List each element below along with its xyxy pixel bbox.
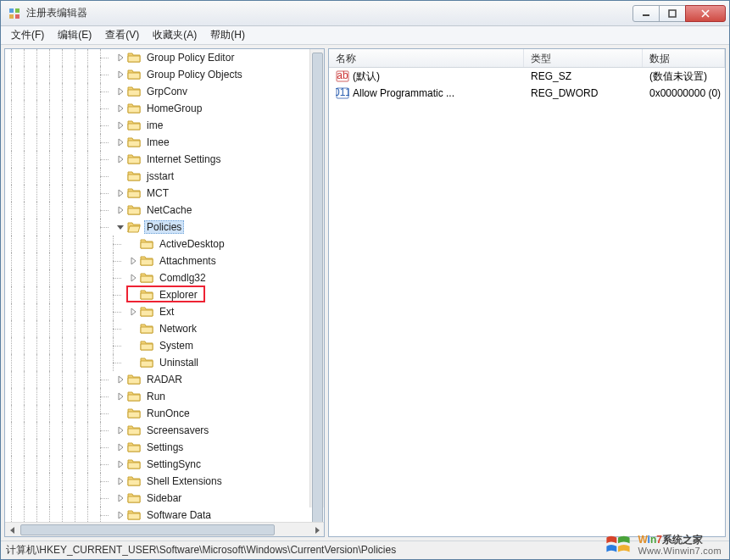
- expand-icon[interactable]: [115, 374, 125, 385]
- tree-item[interactable]: jsstart: [5, 168, 324, 185]
- tree-item[interactable]: GrpConv: [5, 83, 324, 100]
- svg-rect-0: [9, 8, 14, 13]
- expander-placeholder: [128, 358, 138, 368]
- tree-item[interactable]: RADAR: [5, 371, 324, 388]
- expand-icon[interactable]: [115, 53, 125, 63]
- tree-item[interactable]: NetCache: [5, 202, 324, 219]
- svg-marker-13: [119, 139, 123, 146]
- expand-icon[interactable]: [115, 442, 125, 452]
- tree-item[interactable]: System: [5, 337, 324, 354]
- tree-item[interactable]: Software Data: [5, 507, 324, 522]
- svg-marker-19: [131, 274, 136, 281]
- expander-placeholder: [128, 341, 138, 351]
- expand-icon[interactable]: [115, 154, 125, 164]
- close-button[interactable]: [685, 5, 726, 22]
- tree-item-label: RADAR: [144, 373, 185, 386]
- value-data: 0x00000000 (0): [643, 87, 725, 99]
- svg-marker-14: [119, 156, 123, 163]
- tree-item[interactable]: Attachments: [5, 252, 324, 269]
- tree-item-label: SettingSync: [144, 457, 203, 471]
- folder-icon: [127, 169, 141, 183]
- tree-item-label: Screensavers: [144, 424, 211, 437]
- tree-item[interactable]: Group Policy Editor: [5, 49, 324, 66]
- tree-item[interactable]: RunOnce: [5, 405, 324, 422]
- tree-item[interactable]: Internet Settings: [5, 151, 324, 168]
- expand-icon[interactable]: [115, 188, 125, 198]
- svg-marker-17: [117, 225, 124, 230]
- tree-item-label: Sidebar: [144, 491, 184, 505]
- binary-value-icon: 011: [336, 86, 349, 100]
- tree-item-label: MCT: [144, 186, 171, 200]
- tree-item[interactable]: Imee: [5, 134, 324, 151]
- expander-placeholder: [128, 239, 138, 249]
- list-row[interactable]: 011Allow Programmatic ...REG_DWORD0x0000…: [329, 85, 725, 102]
- svg-rect-2: [9, 14, 14, 19]
- expand-icon[interactable]: [115, 459, 125, 469]
- tree-scrollbar-vertical[interactable]: [309, 49, 324, 507]
- tree-view[interactable]: Group Policy EditorGroup Policy ObjectsG…: [5, 49, 324, 522]
- folder-open-icon: [127, 220, 141, 234]
- value-type: REG_DWORD: [524, 87, 643, 99]
- expand-icon[interactable]: [115, 120, 125, 130]
- expand-icon[interactable]: [115, 103, 125, 114]
- scroll-right-icon[interactable]: [309, 523, 324, 537]
- list-row[interactable]: ab(默认)REG_SZ(数值未设置): [329, 68, 725, 85]
- expand-icon[interactable]: [115, 425, 125, 435]
- tree-item-label: Comdlg32: [157, 271, 209, 285]
- tree-item[interactable]: Ext: [5, 303, 324, 320]
- tree-item[interactable]: ActiveDesktop: [5, 236, 324, 252]
- folder-icon: [127, 85, 141, 98]
- tree-item[interactable]: HomeGroup: [5, 100, 324, 117]
- tree-scrollbar-horizontal[interactable]: [5, 522, 324, 536]
- folder-icon: [127, 203, 141, 217]
- column-header-name[interactable]: 名称: [329, 49, 524, 67]
- tree-item[interactable]: Network: [5, 320, 324, 337]
- svg-marker-30: [315, 527, 320, 534]
- menu-favorites[interactable]: 收藏夹(A): [146, 26, 203, 44]
- menu-help[interactable]: 帮助(H): [203, 26, 252, 44]
- expand-icon[interactable]: [115, 137, 125, 147]
- tree-item[interactable]: Settings: [5, 439, 324, 456]
- expand-icon[interactable]: [115, 69, 125, 80]
- tree-item[interactable]: Shell Extensions: [5, 473, 324, 490]
- regedit-window: 注册表编辑器 文件(F) 编辑(E) 查看(V) 收藏夹(A) 帮助(H) Gr…: [0, 0, 730, 560]
- maximize-button[interactable]: [659, 5, 686, 22]
- tree-item[interactable]: ime: [5, 117, 324, 134]
- expander-placeholder: [128, 324, 138, 334]
- folder-icon: [127, 68, 141, 81]
- tree-item[interactable]: Policies: [5, 219, 324, 236]
- expand-icon[interactable]: [115, 205, 125, 215]
- folder-icon: [127, 390, 141, 403]
- expand-icon[interactable]: [128, 256, 138, 266]
- menu-file[interactable]: 文件(F): [4, 26, 51, 44]
- tree-item[interactable]: MCT: [5, 185, 324, 202]
- tree-item[interactable]: Sidebar: [5, 490, 324, 507]
- list-body[interactable]: ab(默认)REG_SZ(数值未设置)011Allow Programmatic…: [329, 68, 725, 536]
- tree-item[interactable]: Explorer: [5, 286, 324, 303]
- column-header-type[interactable]: 类型: [524, 49, 643, 67]
- expand-icon[interactable]: [115, 86, 125, 97]
- expand-icon[interactable]: [115, 476, 125, 486]
- svg-marker-22: [119, 393, 123, 400]
- expand-icon[interactable]: [128, 307, 138, 317]
- tree-item[interactable]: Uninstall: [5, 354, 324, 371]
- scroll-left-icon[interactable]: [5, 523, 20, 537]
- tree-item[interactable]: Comdlg32: [5, 269, 324, 286]
- column-header-data[interactable]: 数据: [643, 49, 725, 67]
- svg-marker-18: [131, 258, 136, 264]
- expand-icon[interactable]: [128, 273, 138, 283]
- expand-icon[interactable]: [115, 510, 125, 520]
- tree-item[interactable]: Run: [5, 388, 324, 405]
- expand-icon[interactable]: [115, 493, 125, 503]
- tree-item[interactable]: Group Policy Objects: [5, 66, 324, 83]
- tree-item[interactable]: Screensavers: [5, 422, 324, 439]
- menu-view[interactable]: 查看(V): [98, 26, 146, 44]
- expand-icon[interactable]: [115, 391, 125, 402]
- minimize-button[interactable]: [632, 5, 660, 22]
- tree-item[interactable]: SettingSync: [5, 456, 324, 473]
- tree-item-label: Imee: [144, 136, 172, 149]
- menu-edit[interactable]: 编辑(E): [51, 26, 98, 44]
- svg-rect-3: [15, 14, 20, 19]
- tree-item-label: HomeGroup: [144, 102, 204, 115]
- collapse-icon[interactable]: [115, 222, 125, 232]
